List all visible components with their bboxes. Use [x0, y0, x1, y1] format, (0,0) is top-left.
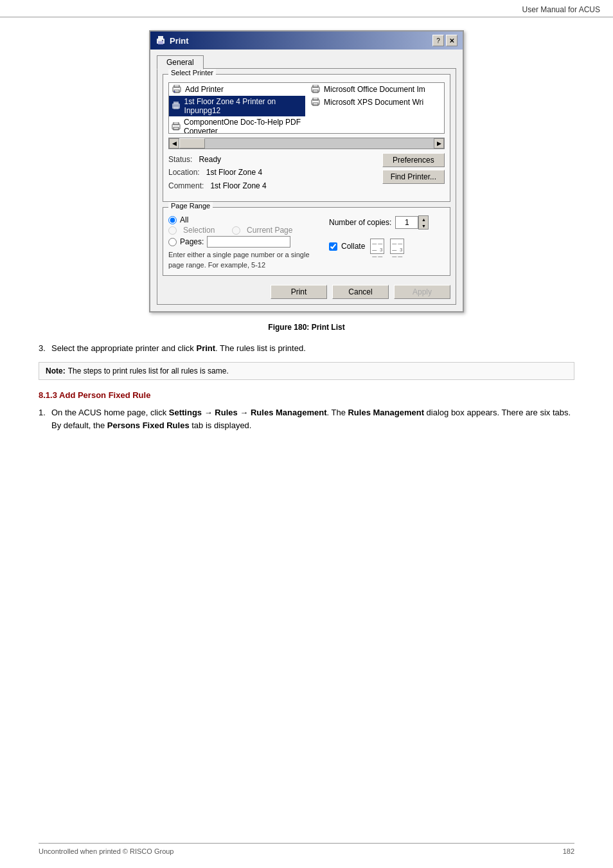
page-stack-2: — — — — — 3 — [389, 237, 407, 255]
svg-rect-1 — [158, 36, 163, 39]
step-3-number: 3. — [39, 342, 46, 355]
page-container: User Manual for ACUS Print — [0, 0, 613, 868]
close-button[interactable]: ✕ — [446, 35, 458, 46]
page-stack-1: — — — — — 3 — [369, 237, 387, 255]
collate-label[interactable]: Collate — [341, 242, 365, 251]
svg-point-3 — [162, 40, 163, 41]
pages-row: Pages: — [168, 236, 323, 248]
figure-caption-text: Figure 180: Print List — [268, 323, 344, 332]
copies-label: Number of copies: — [329, 218, 391, 227]
step-3-text: Select the appropriate printer and click… — [51, 343, 306, 353]
select-printer-group: Select Printer — [163, 74, 450, 202]
page-img-1: — — — — — 3 — [369, 237, 387, 255]
printer-left-col: + Add Printer — [169, 83, 305, 134]
section-step-1-number: 1. — [39, 406, 46, 419]
section-heading: 8.1.3 Add Person Fixed Rule — [39, 390, 574, 400]
printer-list-area: + Add Printer — [168, 82, 445, 192]
copies-input-wrap: 1 ▲ ▼ — [395, 215, 429, 230]
printer-item-pdf[interactable]: ComponentOne Doc-To-Help PDF Converter — [169, 116, 305, 134]
preferences-button[interactable]: Preferences — [382, 153, 445, 167]
printer-item-pdf-label: ComponentOne Doc-To-Help PDF Converter — [184, 118, 303, 134]
tab-general[interactable]: General — [157, 55, 204, 69]
scroll-track — [179, 138, 434, 149]
svg-rect-2 — [158, 41, 163, 44]
help-button[interactable]: ? — [432, 35, 444, 46]
radio-pages-label[interactable]: Pages: — [180, 237, 204, 246]
status-area: Status: Ready Location: 1st Floor Zone 4 — [168, 153, 445, 192]
dialog-body: General Select Printer — [150, 50, 463, 311]
print-button[interactable]: Print — [271, 285, 327, 299]
radio-selection[interactable] — [168, 226, 177, 235]
printer-item-ms-office-label: Microsoft Office Document Im — [324, 85, 425, 94]
collate-row: Collate — — — — — — [329, 237, 445, 255]
footer-left: Uncontrolled when printed © RISCO Group — [39, 847, 173, 855]
page-range-right: Number of copies: 1 ▲ ▼ — [329, 215, 445, 270]
tab-row: General — [157, 55, 456, 69]
printer-list[interactable]: + Add Printer — [168, 82, 445, 134]
page-range-label: Page Range — [168, 202, 213, 210]
radio-current-page[interactable] — [232, 226, 240, 235]
copies-spin-up[interactable]: ▲ — [419, 216, 428, 222]
scroll-left-btn[interactable]: ◀ — [169, 138, 179, 149]
copies-spin-down[interactable]: ▼ — [419, 222, 428, 229]
network-printer-icon — [172, 101, 181, 111]
dialog-footer: Print Cancel Apply — [163, 281, 450, 299]
copies-spinner: ▲ ▼ — [418, 215, 429, 230]
svg-rect-10 — [173, 107, 179, 109]
printer-item-floor-label: 1st Floor Zone 4 Printer on Inpunpg12 — [184, 97, 303, 115]
printer-item-add[interactable]: + Add Printer — [169, 83, 305, 96]
svg-text:+: + — [173, 89, 176, 93]
titlebar-buttons: ? ✕ — [432, 35, 458, 46]
printer-item-floor[interactable]: 1st Floor Zone 4 Printer on Inpunpg12 — [169, 96, 305, 116]
status-value: Ready — [199, 155, 221, 164]
status-label: Status: — [168, 155, 192, 164]
tab-content: Select Printer — [157, 68, 456, 305]
status-info: Status: Ready Location: 1st Floor Zone 4 — [168, 153, 267, 192]
pages-input[interactable] — [207, 236, 290, 248]
find-printer-button[interactable]: Find Printer... — [382, 170, 445, 184]
printer-item-ms-xps[interactable]: Microsoft XPS Document Wri — [308, 96, 444, 109]
print-bold: Print — [196, 343, 215, 353]
location-label: Location: — [168, 168, 200, 177]
scroll-thumb — [179, 138, 205, 149]
content-area: Print ? ✕ General — [0, 17, 613, 452]
status-row: Status: Ready — [168, 153, 267, 166]
page-header: User Manual for ACUS — [0, 0, 613, 17]
location-value: 1st Floor Zone 4 — [206, 168, 262, 177]
settings-bold: Settings — [169, 408, 202, 417]
copies-input[interactable]: 1 — [395, 216, 418, 229]
cancel-button[interactable]: Cancel — [332, 285, 389, 299]
radio-all-row: All — [168, 215, 323, 224]
status-buttons: Preferences Find Printer... — [382, 153, 445, 184]
radio-pages[interactable] — [168, 238, 177, 246]
radio-selection-row: Selection Current Page — [168, 226, 323, 235]
section-step-1-text: On the ACUS home page, click Settings → … — [51, 408, 571, 430]
collate-checkbox[interactable] — [329, 242, 337, 251]
printer-two-col: + Add Printer — [169, 83, 444, 134]
page-content-1: — — — — — 3 — [370, 239, 384, 254]
radio-all-label[interactable]: All — [180, 215, 188, 224]
page-range-left: All Selection Current Page — [168, 215, 323, 270]
printer-item-ms-office[interactable]: Microsoft Office Document Im — [308, 83, 444, 96]
ms-office-printer-icon — [310, 84, 321, 95]
pages-hint: Enter either a single page number or a s… — [168, 250, 323, 270]
dialog-title-left: Print — [155, 35, 189, 46]
page-content-2: — — — — — 3 — [390, 239, 404, 254]
radio-selection-label[interactable]: Selection — [183, 226, 215, 235]
rules-mgmt-bold-2: Rules Management — [348, 408, 423, 417]
page-footer: Uncontrolled when printed © RISCO Group … — [39, 843, 574, 855]
radio-all[interactable] — [168, 216, 177, 224]
pdf-printer-icon — [172, 122, 181, 132]
scroll-right-btn[interactable]: ▶ — [434, 138, 444, 149]
printer-item-ms-xps-label: Microsoft XPS Document Wri — [324, 98, 423, 107]
radio-current-label[interactable]: Current Page — [247, 226, 292, 235]
print-dialog: Print ? ✕ General — [149, 30, 464, 312]
section-number: 8.1.3 — [39, 390, 57, 400]
svg-rect-9 — [173, 102, 179, 104]
header-title: User Manual for ACUS — [522, 5, 600, 14]
footer-right: 182 — [563, 847, 574, 855]
rules-mgmt-bold: Rules Management — [251, 408, 326, 417]
printer-list-scrollbar[interactable]: ◀ ▶ — [168, 138, 445, 149]
apply-button[interactable]: Apply — [394, 285, 450, 299]
page-img-2: — — — — — 3 — [389, 237, 407, 255]
